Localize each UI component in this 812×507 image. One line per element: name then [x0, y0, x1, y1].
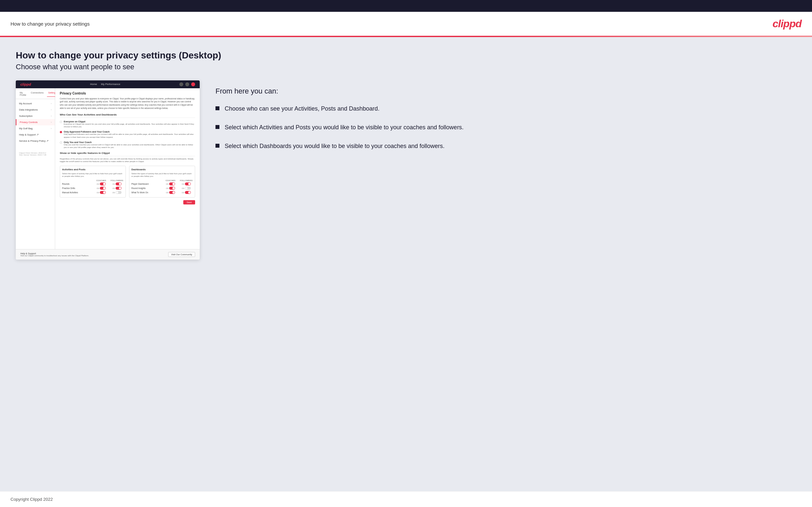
- mockup-radio-group: Everyone on Clippd Everyone on Clippd ca…: [60, 120, 195, 149]
- mockup-sidebar-golfbag[interactable]: My Golf Bag ›: [16, 125, 55, 131]
- mockup-player-label: Player Dashboard: [132, 183, 164, 185]
- mockup-activities-followers-header: FOLLOWERS: [110, 179, 123, 181]
- mockup-rounds-coaches-toggle[interactable]: [100, 182, 106, 185]
- bullet-item-1: Choose who can see your Activities, Post…: [215, 105, 796, 113]
- main-content: How to change your privacy settings (Des…: [0, 37, 812, 492]
- mockup-drills-followers-toggle[interactable]: [116, 187, 121, 190]
- mockup-workOn-coaches-toggle[interactable]: [169, 191, 175, 194]
- mockup-radio-everyone[interactable]: Everyone on Clippd Everyone on Clippd ca…: [60, 120, 195, 128]
- mockup-sidebar-service[interactable]: Service & Privacy Policy ↗: [16, 138, 55, 144]
- mockup-chevron-subscription: ›: [51, 115, 52, 117]
- mockup-workOn-followers-toggle[interactable]: [185, 191, 191, 194]
- mockup-rounds-coaches-toggle-group: ON: [95, 182, 108, 185]
- mockup-workOn-coaches-toggle-group: ON: [164, 191, 177, 194]
- mockup-search-icon: [180, 82, 183, 86]
- mockup-workOn-followers-toggle-group: ON: [180, 191, 193, 194]
- mockup-sidebar-account[interactable]: My Account ›: [16, 100, 55, 107]
- header-title: How to change your privacy settings: [10, 21, 90, 26]
- header: How to change your privacy settings clip…: [0, 12, 812, 36]
- mockup-insights-row: Round Insights ON ON: [132, 187, 193, 190]
- mockup-sidebar-data-label: Data Integrations: [19, 108, 38, 111]
- mockup-visit-community-button[interactable]: Visit Our Community: [168, 252, 195, 257]
- bullet-item-3: Select which Dashboards you would like t…: [215, 142, 796, 150]
- mockup-show-hide-title: Show or hide specific features in Clippd: [60, 152, 195, 156]
- mockup-nav-icons: [180, 82, 195, 86]
- mockup-radio-followers-label: Only Approved Followers and Your Coach: [64, 130, 195, 133]
- mockup-workOn-followers-on-label: ON: [182, 192, 184, 193]
- mockup-sidebar-subscription-label: Subscription: [19, 115, 33, 117]
- mockup-nav: clippd Home My Performance: [16, 80, 200, 88]
- mockup-activities-coaches-header: COACHES: [95, 179, 108, 181]
- mockup-save-button[interactable]: Save: [183, 200, 195, 205]
- bullet-item-2: Select which Activities and Posts you wo…: [215, 123, 796, 131]
- mockup-show-hide-desc: Regardless of the privacy controls that …: [60, 158, 195, 163]
- mockup-sidebar-help[interactable]: Help & Support ↗: [16, 131, 55, 138]
- mockup-manual-coaches-toggle[interactable]: [100, 191, 106, 194]
- screenshot-container: clippd Home My Performance: [16, 80, 200, 260]
- top-nav-bar: [0, 0, 812, 12]
- mockup-insights-coaches-toggle-group: ON: [164, 187, 177, 190]
- mockup-insights-label: Round Insights: [132, 187, 164, 189]
- mockup-save-row: Save: [60, 200, 195, 205]
- mockup-radio-everyone-desc: Everyone on Clippd can search for you an…: [64, 123, 195, 128]
- mockup-chevron-privacy: ›: [51, 121, 52, 123]
- mockup-drills-label: Practice Drills: [62, 187, 95, 189]
- page-subheading: Choose what you want people to see: [16, 63, 796, 71]
- mockup-drills-row: Practice Drills ON ON: [62, 187, 123, 190]
- mockup-radio-followers-btn[interactable]: [60, 131, 62, 133]
- mockup-rounds-label: Rounds: [62, 183, 95, 185]
- mockup-drills-followers-on-label: ON: [112, 187, 115, 189]
- app-mockup: clippd Home My Performance: [16, 80, 200, 260]
- mockup-dashboards-followers-header: FOLLOWERS: [180, 179, 193, 181]
- mockup-tab-profile: My Profile: [18, 91, 28, 97]
- mockup-manual-coaches-toggle-group: ON: [95, 191, 108, 194]
- mockup-player-row: Player Dashboard ON ON: [132, 182, 193, 185]
- footer-text: Copyright Clippd 2022: [10, 497, 53, 502]
- mockup-player-followers-toggle[interactable]: [185, 182, 191, 185]
- mockup-rounds-row: Rounds ON ON: [62, 182, 123, 185]
- mockup-radio-coachonly-btn[interactable]: [60, 142, 62, 144]
- mockup-rounds-followers-toggle-group: ON: [110, 182, 123, 185]
- mockup-chevron-data: ›: [51, 109, 52, 111]
- mockup-activities-title: Activities and Posts: [62, 168, 123, 171]
- mockup-who-title: Who Can See Your Activities and Dashboar…: [60, 113, 195, 118]
- mockup-workOn-coaches-on-label: ON: [166, 192, 168, 193]
- mockup-help-text-group: Help & Support Visit our Clippd communit…: [20, 252, 89, 257]
- mockup-sidebar-account-label: My Account: [19, 102, 32, 105]
- mockup-sidebar-service-label: Service & Privacy Policy ↗: [19, 139, 49, 143]
- mockup-settings-icon: [191, 82, 195, 86]
- mockup-rounds-followers-toggle[interactable]: [116, 182, 121, 185]
- mockup-player-coaches-toggle[interactable]: [169, 182, 175, 185]
- page-heading: How to change your privacy settings (Des…: [16, 50, 796, 61]
- content-row: clippd Home My Performance: [16, 80, 796, 260]
- mockup-insights-toggles: ON ON: [164, 187, 193, 190]
- mockup-radio-followers[interactable]: Only Approved Followers and Your Coach O…: [60, 130, 195, 138]
- mockup-manual-coaches-on-label: ON: [97, 192, 99, 193]
- mockup-workOn-label: What To Work On: [132, 191, 164, 193]
- mockup-activities-headers: COACHES FOLLOWERS: [62, 179, 123, 181]
- mockup-insights-coaches-toggle[interactable]: [169, 187, 175, 190]
- mockup-sidebar-subscription[interactable]: Subscription ›: [16, 113, 55, 119]
- mockup-player-followers-on-label: ON: [182, 183, 184, 185]
- mockup-sidebar-privacy[interactable]: Privacy Controls ›: [16, 119, 55, 125]
- mockup-help-section: Help & Support Visit our Clippd communit…: [16, 249, 200, 260]
- mockup-radio-everyone-content: Everyone on Clippd Everyone on Clippd ca…: [64, 120, 195, 128]
- mockup-two-col: Activities and Posts Select the types of…: [60, 166, 195, 198]
- mockup-sidebar-data[interactable]: Data Integrations ›: [16, 107, 55, 113]
- mockup-radio-coachonly-label: Only You and Your Coach: [64, 141, 195, 144]
- mockup-radio-everyone-btn[interactable]: [60, 121, 62, 123]
- mockup-logo: clippd: [20, 82, 31, 86]
- bullet-text-1: Choose who can see your Activities, Post…: [225, 105, 379, 113]
- mockup-privacy-title: Privacy Controls: [60, 92, 195, 95]
- mockup-nav-performance: My Performance: [101, 83, 120, 86]
- mockup-version: Clippd Client Version: 2022.8.2SQL Serve…: [16, 149, 55, 159]
- mockup-insights-followers-toggle[interactable]: [185, 187, 191, 190]
- mockup-insights-followers-on-label: ON: [182, 187, 184, 189]
- mockup-player-coaches-on-label: ON: [166, 183, 168, 185]
- mockup-rounds-followers-on-label: ON: [112, 183, 115, 185]
- mockup-sidebar: My Profile Connections Settings My Accou…: [16, 88, 55, 249]
- mockup-radio-coachonly[interactable]: Only You and Your Coach Only you and the…: [60, 141, 195, 149]
- mockup-manual-followers-toggle[interactable]: [116, 191, 121, 194]
- mockup-drills-coaches-toggle[interactable]: [100, 187, 106, 190]
- mockup-radio-followers-content: Only Approved Followers and Your Coach O…: [64, 130, 195, 138]
